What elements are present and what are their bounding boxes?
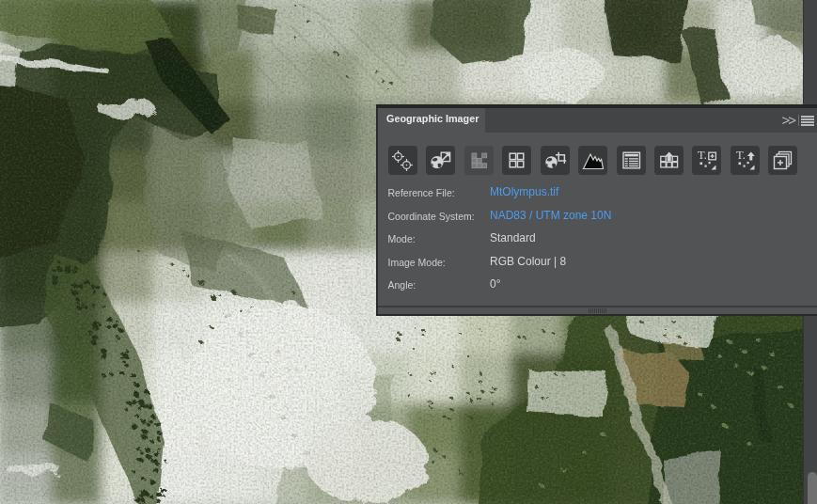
- svg-text:T.: T.: [698, 149, 707, 162]
- svg-text:T.: T.: [736, 149, 746, 162]
